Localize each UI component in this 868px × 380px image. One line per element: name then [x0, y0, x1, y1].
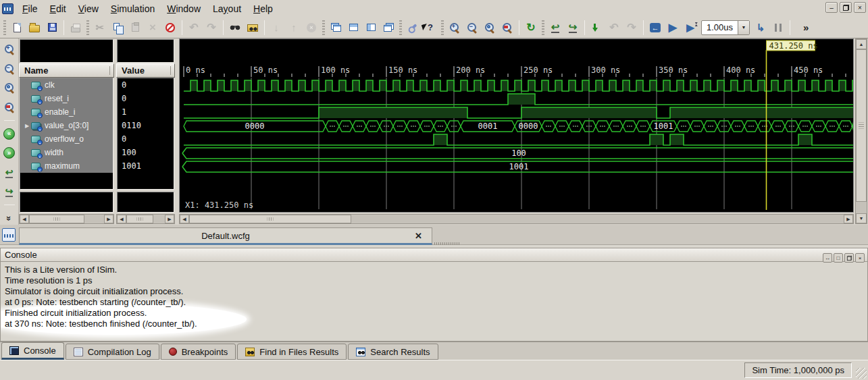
signal-row-maximum[interactable]: cmaximum	[20, 159, 113, 173]
cancel-button[interactable]: ×	[303, 19, 320, 36]
name-column-header[interactable]: Name	[19, 63, 114, 78]
scroll-left-icon[interactable]: ◀	[117, 215, 126, 223]
scroll-left-icon[interactable]: ◀	[180, 215, 189, 223]
close-icon[interactable]: ✕	[415, 231, 422, 241]
scroll-right-icon[interactable]: ▶	[165, 215, 174, 223]
tab-compilation-log[interactable]: Compilation Log	[66, 344, 159, 360]
paste-button[interactable]	[126, 19, 144, 36]
cascade-windows-button[interactable]	[327, 19, 344, 36]
menu-help[interactable]: Help	[247, 1, 279, 16]
zoom-area-button[interactable]	[499, 19, 516, 36]
next-marker-button[interactable]: ↷	[623, 19, 640, 36]
signal-value-enable_i[interactable]: 1	[118, 105, 174, 119]
open-file-button[interactable]	[26, 19, 43, 36]
zoom-out-button[interactable]: −	[2, 62, 17, 76]
toolbar-handle[interactable]	[399, 20, 402, 35]
close-button[interactable]: ×	[855, 253, 865, 263]
tab-default-wcfg[interactable]: Default.wcfg ✕	[19, 227, 432, 245]
value-column-header[interactable]: Value	[116, 63, 175, 78]
undock-button[interactable]: ↔	[823, 253, 832, 263]
menu-layout[interactable]: Layout	[207, 1, 247, 16]
tile-horizontally-button[interactable]	[344, 19, 362, 36]
signal-row-overflow_o[interactable]: +overflow_o	[20, 132, 113, 146]
new-file-button[interactable]	[8, 19, 26, 36]
clear-button[interactable]	[161, 19, 179, 36]
waveform-canvas[interactable]: 0 ns50 ns100 ns150 ns200 ns250 ns300 ns3…	[179, 38, 854, 213]
menu-edit[interactable]: Edit	[44, 1, 72, 16]
signal-row-reset_i[interactable]: +reset_i	[20, 92, 113, 105]
scroll-thumb[interactable]	[126, 215, 153, 223]
menu-view[interactable]: View	[72, 1, 105, 16]
tab-find-in-files-results[interactable]: Find in Files Results	[237, 344, 347, 360]
scroll-right-icon[interactable]: ▶	[104, 215, 113, 223]
combo-dropdown-icon[interactable]: ▼	[738, 21, 749, 34]
save-button[interactable]	[43, 19, 61, 36]
scroll-left-icon[interactable]: ◀	[20, 215, 29, 223]
menu-window[interactable]: Window	[161, 1, 207, 16]
wave-hscrollbar[interactable]: ◀ ▶	[179, 214, 854, 224]
goto-time-zero-button[interactable]: «	[2, 127, 17, 140]
run-for-time-button[interactable]: ▶	[682, 19, 699, 36]
tab-breakpoints[interactable]: Breakpoints	[161, 344, 236, 360]
float-window-button[interactable]	[380, 19, 397, 36]
next-transition-button[interactable]: ↪	[2, 185, 17, 198]
wave-window-icon[interactable]	[2, 228, 16, 242]
menu-simulation[interactable]: Simulation	[105, 1, 161, 16]
go-up-button[interactable]: ↑	[285, 19, 303, 36]
minimize-button[interactable]: –	[825, 2, 838, 13]
zoom-in-button[interactable]: +	[2, 43, 17, 56]
run-time-combo[interactable]: 1.00us▼	[701, 20, 750, 35]
value-hscrollbar[interactable]: ◀ ▶	[116, 214, 175, 224]
more-button[interactable]: »	[2, 211, 17, 225]
toolbar-handle[interactable]	[542, 20, 544, 35]
menu-file[interactable]: File	[16, 1, 44, 16]
more-tools-button[interactable]: »	[797, 19, 815, 36]
find-button[interactable]	[226, 19, 244, 36]
zoom-area-button[interactable]	[2, 101, 17, 114]
add-marker-button[interactable]	[588, 19, 605, 36]
tab-search-results[interactable]: Search Results	[348, 344, 438, 360]
signal-row-width[interactable]: cwidth	[20, 146, 113, 159]
restart-button[interactable]: ←	[646, 19, 664, 36]
wave-vscrollbar[interactable]: ▲ ▼	[855, 38, 867, 224]
redo-button[interactable]: ↷	[203, 19, 220, 36]
cut-button[interactable]: ✂	[91, 19, 109, 36]
scroll-thumb[interactable]	[189, 215, 351, 223]
break-button[interactable]	[769, 19, 787, 36]
scroll-down-icon[interactable]: ▼	[856, 213, 867, 223]
copy-button[interactable]	[109, 19, 126, 36]
toolbar-handle[interactable]	[322, 20, 325, 35]
goto-previous-button[interactable]: ↩	[546, 19, 564, 36]
scroll-thumb[interactable]	[29, 215, 84, 223]
undo-button[interactable]: ↶	[185, 19, 203, 36]
goto-end-button[interactable]: »	[2, 146, 17, 160]
restore-button[interactable]	[840, 2, 852, 13]
maximize-button[interactable]: □	[834, 253, 843, 263]
goto-next-button[interactable]: ↪	[564, 19, 582, 36]
name-hscrollbar[interactable]: ◀ ▶	[19, 214, 114, 224]
toolbar-handle[interactable]	[86, 20, 89, 35]
signal-value-width[interactable]: 100	[118, 146, 174, 159]
signal-value-maximum[interactable]: 1001	[118, 159, 174, 173]
previous-marker-button[interactable]: ↶	[605, 19, 623, 36]
scroll-right-icon[interactable]: ▶	[844, 215, 853, 223]
signal-row-clk[interactable]: +clk	[20, 78, 113, 92]
signal-row-enable_i[interactable]: +enable_i	[20, 105, 113, 119]
signal-value-reset_i[interactable]: 0	[118, 92, 174, 105]
close-button[interactable]: ×	[854, 2, 866, 13]
signal-value-clk[interactable]: 0	[118, 78, 174, 92]
zoom-full-view-button[interactable]	[2, 82, 17, 95]
signal-value-overflow_o[interactable]: 0	[118, 132, 174, 146]
go-down-button[interactable]: ↓	[267, 19, 285, 36]
toolbar-handle[interactable]	[441, 20, 444, 35]
run-all-button[interactable]: ▶	[664, 19, 682, 36]
restore-button[interactable]	[844, 253, 854, 263]
zoom-out-button[interactable]: −	[463, 19, 481, 36]
resize-grip[interactable]	[856, 368, 867, 379]
delete-button[interactable]: ×	[144, 19, 161, 36]
scroll-up-icon[interactable]: ▲	[856, 39, 867, 49]
step-button[interactable]: ↳	[752, 19, 769, 36]
whats-this-button[interactable]: ?	[422, 19, 439, 36]
tile-vertically-button[interactable]	[362, 19, 380, 36]
find-in-files-button[interactable]	[244, 19, 261, 36]
